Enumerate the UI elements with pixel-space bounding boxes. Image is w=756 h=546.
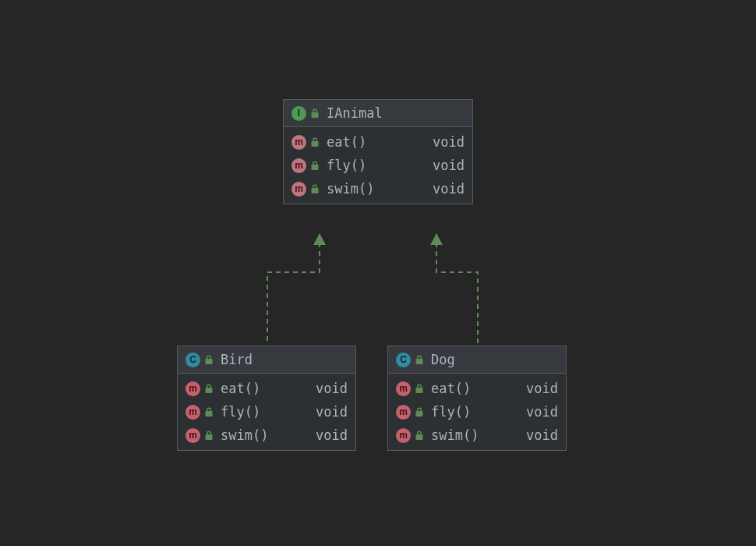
method-badge-icon: m xyxy=(291,135,306,150)
member-signature: swim() xyxy=(327,181,376,197)
member-return-type: void xyxy=(520,427,558,443)
lock-icon xyxy=(311,137,319,147)
lock-icon xyxy=(205,355,213,364)
method-badge-icon: m xyxy=(185,405,200,420)
lock-icon xyxy=(311,108,319,118)
member-return-type: void xyxy=(520,404,558,420)
lock-icon xyxy=(415,407,423,417)
member-return-type: void xyxy=(426,134,465,150)
lock-icon xyxy=(205,431,213,440)
lock-icon xyxy=(415,355,423,364)
member-signature: fly() xyxy=(327,158,376,173)
lock-icon xyxy=(415,384,423,393)
member-signature: fly() xyxy=(221,404,270,420)
uml-member-row: m swim() void xyxy=(178,424,355,447)
uml-header-ianimal: I IAnimal xyxy=(284,100,472,127)
member-signature: swim() xyxy=(221,427,270,443)
method-badge-icon: m xyxy=(396,405,411,420)
member-signature: eat() xyxy=(327,134,376,150)
uml-member-row: m eat() void xyxy=(284,130,472,154)
lock-icon xyxy=(415,431,423,440)
uml-diagram: I IAnimal m eat() void m fly() void m xyxy=(0,0,756,546)
method-badge-icon: m xyxy=(291,182,306,197)
interface-badge-icon: I xyxy=(291,106,306,121)
uml-body: m eat() void m fly() void m swim() void xyxy=(284,127,472,204)
member-return-type: void xyxy=(309,427,348,443)
uml-header-dog: C Dog xyxy=(388,346,566,374)
uml-header-bird: C Bird xyxy=(178,346,355,374)
class-name-label: Bird xyxy=(221,352,253,367)
member-return-type: void xyxy=(309,381,348,396)
member-return-type: void xyxy=(520,381,558,396)
member-return-type: void xyxy=(426,181,465,197)
uml-member-row: m swim() void xyxy=(388,424,566,447)
uml-body: m eat() void m fly() void m swim() void xyxy=(388,374,566,450)
class-badge-icon: C xyxy=(396,353,411,367)
class-name-label: IAnimal xyxy=(327,105,383,121)
uml-member-row: m swim() void xyxy=(284,177,472,200)
method-badge-icon: m xyxy=(185,428,200,443)
realization-arrow-bird xyxy=(242,232,366,349)
realization-arrow-dog xyxy=(390,232,514,349)
uml-body: m eat() void m fly() void m swim() void xyxy=(178,374,355,450)
method-badge-icon: m xyxy=(396,428,411,443)
member-signature: eat() xyxy=(431,381,481,396)
svg-marker-0 xyxy=(313,233,326,245)
method-badge-icon: m xyxy=(291,158,306,173)
method-badge-icon: m xyxy=(185,381,200,396)
uml-member-row: m fly() void xyxy=(178,400,355,424)
uml-member-row: m fly() void xyxy=(388,400,566,424)
lock-icon xyxy=(205,384,213,393)
lock-icon xyxy=(311,184,319,193)
uml-member-row: m fly() void xyxy=(284,154,472,177)
uml-member-row: m eat() void xyxy=(178,377,355,400)
member-return-type: void xyxy=(309,404,348,420)
class-badge-icon: C xyxy=(185,353,200,367)
member-return-type: void xyxy=(426,158,465,173)
lock-icon xyxy=(311,161,319,170)
uml-box-dog[interactable]: C Dog m eat() void m fly() void m swim()… xyxy=(387,346,567,451)
member-signature: swim() xyxy=(431,427,481,443)
member-signature: eat() xyxy=(221,381,270,396)
uml-box-ianimal[interactable]: I IAnimal m eat() void m fly() void m xyxy=(283,99,473,204)
uml-member-row: m eat() void xyxy=(388,377,566,400)
uml-box-bird[interactable]: C Bird m eat() void m fly() void m swim(… xyxy=(177,346,356,451)
method-badge-icon: m xyxy=(396,381,411,396)
member-signature: fly() xyxy=(431,404,481,420)
class-name-label: Dog xyxy=(431,352,455,367)
lock-icon xyxy=(205,407,213,417)
svg-marker-1 xyxy=(430,233,443,245)
